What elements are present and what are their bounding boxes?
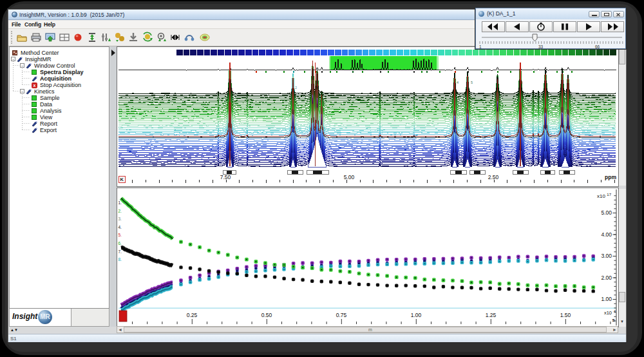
svg-text:0.25: 0.25: [187, 312, 198, 318]
svg-text:7.50: 7.50: [220, 174, 231, 180]
svg-text:2.00: 2.00: [601, 275, 612, 281]
svg-text:4: 4: [457, 81, 459, 84]
svg-text:8.: 8.: [118, 257, 122, 262]
svg-text:5.: 5.: [118, 233, 122, 237]
svg-text:5: 5: [471, 81, 473, 84]
svg-text:3: 3: [316, 83, 318, 87]
svg-text:1: 1: [231, 88, 233, 92]
svg-text:0.50: 0.50: [261, 312, 272, 318]
svg-text:3.00: 3.00: [601, 253, 612, 259]
svg-text:6.: 6.: [118, 241, 122, 246]
svg-text:1.25: 1.25: [486, 312, 497, 318]
svg-text:4.: 4.: [118, 225, 122, 229]
svg-text:5.00: 5.00: [344, 174, 355, 180]
svg-text:0.75: 0.75: [336, 312, 347, 318]
svg-text:K: K: [120, 177, 124, 182]
svg-text:x10: x10: [597, 193, 605, 199]
svg-text:ppm: ppm: [605, 174, 616, 180]
svg-text:2.50: 2.50: [488, 174, 499, 180]
svg-text:1.00: 1.00: [601, 296, 612, 302]
svg-text:s: s: [612, 317, 616, 323]
svg-text:4: 4: [614, 309, 616, 313]
svg-text:3.: 3.: [118, 217, 122, 221]
svg-text:2: 2: [295, 86, 297, 90]
svg-text:33: 33: [538, 44, 544, 49]
svg-text:1.00: 1.00: [411, 312, 422, 318]
svg-text:4.00: 4.00: [601, 231, 612, 238]
svg-text:17: 17: [607, 193, 611, 197]
svg-text:2.: 2.: [118, 209, 122, 213]
svg-text:7.: 7.: [118, 249, 122, 254]
svg-text:1: 1: [479, 44, 482, 49]
svg-text:66: 66: [595, 44, 600, 49]
svg-text:5.00: 5.00: [601, 209, 612, 216]
svg-text:1.: 1.: [118, 200, 122, 205]
svg-text:6: 6: [521, 81, 523, 84]
svg-text:x10: x10: [604, 310, 612, 316]
svg-text:1.50: 1.50: [560, 312, 571, 318]
